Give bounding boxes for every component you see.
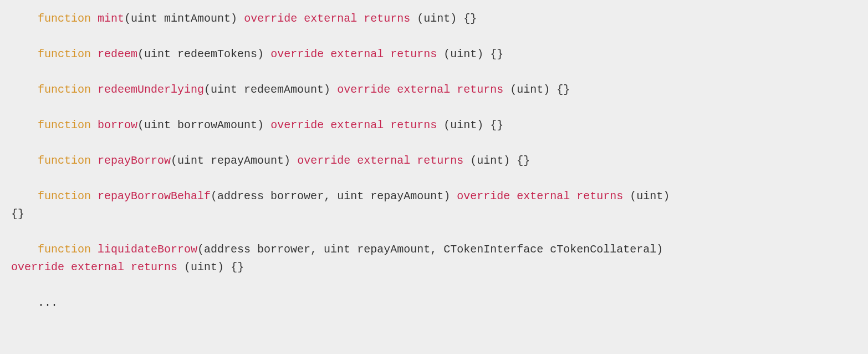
keyword-returns: returns	[417, 154, 463, 167]
keyword-returns: returns	[390, 119, 437, 132]
keyword-returns: returns	[457, 83, 503, 96]
function-name: mint	[98, 12, 124, 25]
indent	[11, 83, 38, 96]
params: (uint repayAmount)	[171, 154, 290, 167]
keyword-external: external	[330, 48, 384, 60]
keyword-external: external	[330, 119, 384, 132]
return-type: (uint)	[630, 190, 670, 203]
indent	[11, 243, 38, 256]
keyword-external: external	[71, 261, 124, 274]
indent	[11, 119, 38, 132]
blank-line	[11, 28, 857, 45]
params: (uint redeemAmount)	[204, 83, 330, 96]
function-name: redeem	[98, 48, 137, 60]
keyword-external: external	[304, 12, 357, 25]
code-line: function repayBorrow(uint repayAmount) o…	[11, 154, 530, 167]
body: {}	[490, 48, 503, 60]
ellipsis: ...	[38, 296, 58, 309]
body: {}	[463, 12, 477, 25]
blank-line	[11, 134, 857, 152]
body: {}	[517, 154, 530, 167]
return-type: (uint)	[443, 119, 483, 132]
function-name: borrow	[98, 119, 137, 132]
keyword-override: override	[270, 119, 324, 132]
keyword-function: function	[38, 190, 91, 203]
return-type: (uint)	[510, 83, 550, 96]
body: {}	[490, 119, 503, 132]
function-name: repayBorrowBehalf	[98, 190, 211, 203]
keyword-external: external	[517, 190, 570, 203]
keyword-override: override	[270, 48, 324, 60]
body: {}	[231, 261, 244, 274]
code-block: function mint(uint mintAmount) override …	[11, 10, 857, 312]
keyword-external: external	[357, 154, 410, 167]
return-type: (uint)	[184, 261, 224, 274]
indent	[11, 12, 38, 25]
blank-line	[11, 99, 857, 117]
keyword-override: override	[11, 261, 64, 274]
params: (uint mintAmount)	[124, 12, 237, 25]
code-line: function liquidateBorrow(address borrowe…	[11, 243, 670, 256]
code-line: function mint(uint mintAmount) override …	[11, 12, 477, 25]
return-type: (uint)	[417, 12, 457, 25]
params: (address borrower, uint repayAmount)	[211, 190, 450, 203]
keyword-override: override	[337, 83, 390, 96]
code-line-wrap: override external returns (uint) {}	[11, 261, 244, 274]
code-line: function redeem(uint redeemTokens) overr…	[11, 48, 503, 60]
function-name: repayBorrow	[98, 154, 171, 167]
blank-line	[11, 276, 857, 294]
code-line-wrap: {}	[11, 208, 24, 220]
keyword-function: function	[38, 83, 91, 96]
keyword-function: function	[38, 243, 91, 256]
blank-line	[11, 63, 857, 81]
body: {}	[11, 208, 24, 220]
indent	[11, 48, 38, 60]
indent	[11, 190, 38, 203]
blank-line	[11, 170, 857, 188]
return-type: (uint)	[443, 48, 483, 60]
keyword-override: override	[457, 190, 510, 203]
keyword-external: external	[397, 83, 450, 96]
function-name: redeemUnderlying	[98, 83, 204, 96]
code-line: function redeemUnderlying(uint redeemAmo…	[11, 83, 570, 96]
code-line: ...	[11, 296, 58, 309]
indent	[11, 296, 38, 309]
params: (uint borrowAmount)	[137, 119, 264, 132]
body: {}	[556, 83, 570, 96]
function-name: liquidateBorrow	[98, 243, 197, 256]
keyword-returns: returns	[576, 190, 623, 203]
keyword-returns: returns	[390, 48, 437, 60]
keyword-returns: returns	[364, 12, 410, 25]
keyword-function: function	[38, 119, 91, 132]
keyword-override: override	[297, 154, 350, 167]
blank-line	[11, 223, 857, 241]
keyword-function: function	[38, 154, 91, 167]
params: (address borrower, uint repayAmount, CTo…	[197, 243, 663, 256]
keyword-function: function	[38, 12, 91, 25]
indent	[11, 154, 38, 167]
code-line: function repayBorrowBehalf(address borro…	[11, 190, 676, 203]
keyword-function: function	[38, 48, 91, 60]
keyword-returns: returns	[131, 261, 177, 274]
params: (uint redeemTokens)	[137, 48, 264, 60]
code-line: function borrow(uint borrowAmount) overr…	[11, 119, 503, 132]
keyword-override: override	[244, 12, 297, 25]
return-type: (uint)	[470, 154, 510, 167]
